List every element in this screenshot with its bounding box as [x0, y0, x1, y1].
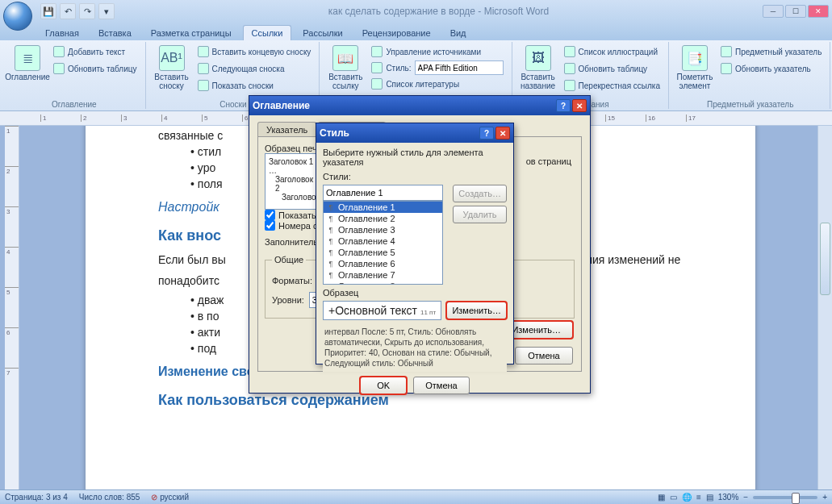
list-item: ¶Оглавление 1	[324, 202, 442, 213]
footnote-icon: AB¹	[159, 45, 185, 71]
page-indicator[interactable]: Страница: 3 из 4	[5, 493, 68, 502]
update-table-button[interactable]: Обновить таблицу	[50, 60, 140, 77]
tab-page-layout[interactable]: Разметка страницы	[143, 26, 240, 40]
update-index-button[interactable]: Обновить указатель	[717, 60, 825, 77]
view-print-layout-icon[interactable]: ▦	[658, 493, 665, 502]
group-label: Предметный указатель	[671, 100, 830, 109]
ribbon-tabs: Главная Вставка Разметка страницы Ссылки…	[0, 23, 832, 40]
group-label: Оглавление	[3, 100, 145, 109]
style-description: интервал После: 5 пт, Стиль: Обновлять а…	[323, 323, 507, 372]
group-toc: ≣Оглавление Добавить текст Обновить табл…	[3, 42, 146, 109]
tab-view[interactable]: Вид	[442, 26, 475, 40]
vertical-ruler[interactable]: 1234567	[5, 126, 19, 489]
undo-icon[interactable]: ↶	[60, 3, 76, 19]
redo-icon[interactable]: ↷	[79, 3, 95, 19]
help-icon[interactable]: ?	[556, 99, 571, 112]
title-bar: 💾 ↶ ↷ ▾ как сделать содержание в ворде -…	[0, 0, 832, 23]
tab-review[interactable]: Рецензирование	[354, 26, 439, 40]
list-item: ¶Оглавление 3	[324, 224, 442, 235]
plus-icon	[53, 46, 65, 57]
cross-reference-button[interactable]: Перекрестная ссылка	[561, 77, 663, 94]
create-button: Создать…	[453, 185, 507, 202]
insert-footnote-button[interactable]: AB¹Вставить сноску	[153, 44, 191, 98]
dialog-title: Оглавление	[253, 100, 310, 111]
quick-access-toolbar: 💾 ↶ ↷ ▾	[40, 3, 115, 19]
insert-index-button[interactable]: Предметный указатель	[717, 44, 825, 60]
table-figures-button[interactable]: Список иллюстраций	[561, 44, 663, 60]
list-item: ¶Оглавление 6	[324, 258, 442, 269]
word-count[interactable]: Число слов: 855	[79, 493, 140, 502]
general-legend: Общие	[272, 255, 306, 264]
mark-icon: 📑	[682, 45, 708, 71]
caption-icon: 🖼	[525, 45, 551, 71]
print-preview: Заголовок 1 … Заголовок 2 Заголово	[265, 153, 321, 210]
style-name-input[interactable]	[323, 185, 443, 201]
styles-label: Стили:	[323, 172, 507, 181]
language-indicator[interactable]: ⊘ русский	[151, 493, 189, 502]
view-full-screen-icon[interactable]: ▭	[670, 493, 677, 502]
toc-icon: ≣	[15, 45, 40, 71]
list-item: ¶Оглавление 7	[324, 269, 442, 281]
dialog-title-bar[interactable]: Оглавление ?✕	[249, 96, 590, 115]
tab-index[interactable]: Указатель	[257, 122, 316, 137]
manage-sources-button[interactable]: Управление источниками	[368, 44, 506, 60]
insert-citation-button[interactable]: 📖Вставить ссылку	[326, 44, 365, 98]
office-button[interactable]	[3, 2, 32, 31]
qat-dropdown-icon[interactable]: ▾	[98, 3, 115, 19]
delete-button: Удалить	[453, 206, 507, 223]
scrollbar-thumb[interactable]	[820, 223, 830, 295]
ok-button[interactable]: OK	[360, 377, 407, 394]
insert-endnote-button[interactable]: Вставить концевую сноску	[194, 44, 315, 60]
refresh-icon	[53, 63, 65, 74]
sample-preview: +Основной текст11 пт	[323, 301, 441, 320]
view-web-icon[interactable]: 🌐	[682, 493, 692, 502]
cancel-button[interactable]: Отмена	[413, 377, 469, 394]
formats-label: Форматы:	[272, 276, 312, 285]
close-icon[interactable]: ✕	[495, 127, 510, 140]
maximize-button[interactable]: ☐	[785, 5, 806, 18]
citation-style-select[interactable]	[415, 60, 504, 75]
view-outline-icon[interactable]: ≡	[696, 493, 701, 502]
zoom-out-icon[interactable]: −	[743, 493, 748, 502]
dialog-style: Стиль ?✕ Выберите нужный стиль для элеме…	[316, 123, 514, 364]
status-bar: Страница: 3 из 4 Число слов: 855 ⊘ русск…	[0, 489, 832, 504]
leader-label: Заполнитель:	[265, 237, 320, 247]
next-footnote-button[interactable]: Следующая сноска	[194, 60, 315, 77]
toc-button[interactable]: ≣Оглавление	[8, 44, 47, 98]
view-draft-icon[interactable]: ▤	[706, 493, 713, 502]
tab-insert[interactable]: Вставка	[90, 26, 140, 40]
window-title: как сделать содержание в ворде - Microso…	[115, 6, 763, 17]
tab-home[interactable]: Главная	[37, 26, 87, 40]
close-icon[interactable]: ✕	[572, 99, 587, 112]
paragraph-icon: ¶	[327, 203, 335, 211]
sample-label: Образец	[323, 288, 507, 298]
show-notes-button[interactable]: Показать сноски	[194, 77, 315, 94]
help-icon[interactable]: ?	[479, 127, 494, 140]
close-button[interactable]: ✕	[808, 5, 829, 18]
list-item: ¶Оглавление 2	[324, 213, 442, 224]
bibliography-button[interactable]: Список литературы	[368, 76, 506, 92]
update-table2-button[interactable]: Обновить таблицу	[561, 60, 663, 77]
dialog-title: Стиль	[320, 127, 349, 139]
zoom-in-icon[interactable]: +	[822, 493, 827, 502]
instruction-text: Выберите нужный стиль для элемента указа…	[323, 148, 507, 167]
list-item: ¶Оглавление 8	[324, 281, 442, 285]
group-index: 📑Пометить элемент Предметный указатель О…	[671, 42, 830, 109]
save-icon[interactable]: 💾	[40, 3, 56, 19]
insert-caption-button[interactable]: 🖼Вставить название	[519, 44, 558, 98]
style-listbox[interactable]: ¶Оглавление 1 ¶Оглавление 2 ¶Оглавление …	[323, 201, 443, 285]
zoom-level[interactable]: 130%	[718, 493, 739, 502]
tab-mailings[interactable]: Рассылки	[295, 26, 350, 40]
tab-references[interactable]: Ссылки	[243, 25, 292, 40]
citation-style-row: Стиль:	[368, 60, 506, 75]
list-item: ¶Оглавление 5	[324, 247, 442, 258]
minimize-button[interactable]: ─	[763, 5, 784, 18]
vertical-scrollbar[interactable]	[817, 126, 832, 489]
add-text-button[interactable]: Добавить текст	[50, 44, 140, 60]
mark-entry-button[interactable]: 📑Пометить элемент	[675, 44, 714, 98]
modify-button[interactable]: Изменить…	[446, 302, 507, 319]
zoom-slider[interactable]	[753, 496, 817, 499]
list-item: ¶Оглавление 4	[324, 235, 442, 247]
dialog-title-bar[interactable]: Стиль ?✕	[316, 123, 513, 143]
cancel-button[interactable]: Отмена	[515, 347, 573, 364]
